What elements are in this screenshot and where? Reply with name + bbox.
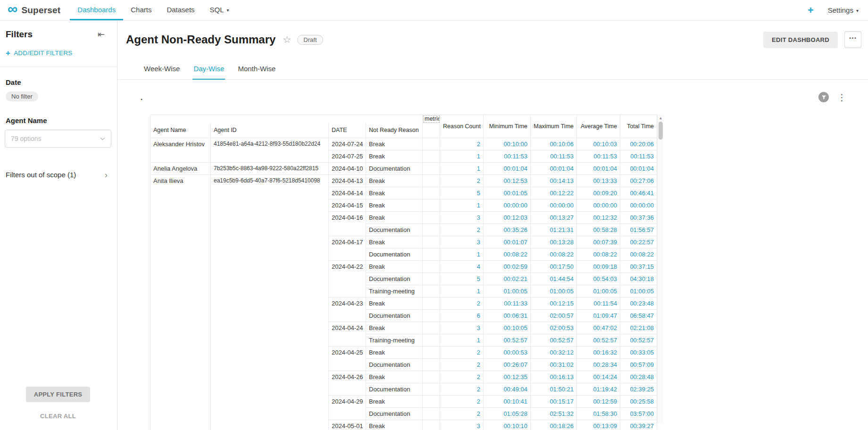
header-reason-count: Reason Count — [440, 115, 484, 138]
cell-reason-count: 1 — [440, 199, 484, 212]
cell-metric-spacer — [423, 322, 440, 334]
cell-metric-spacer — [423, 396, 440, 408]
cell-maximum-time: 00:10:06 — [531, 138, 577, 150]
brand-name: Superset — [21, 5, 60, 16]
filters-out-of-scope-toggle[interactable]: Filters out of scope (1) › — [5, 170, 111, 179]
chart-title: . — [141, 93, 142, 101]
cell-average-time: 00:09:18 — [577, 261, 620, 273]
cell-maximum-time: 00:16:13 — [531, 371, 577, 383]
cell-total-time: 03:57:00 — [620, 408, 657, 420]
header-actions: EDIT DASHBOARD ... — [763, 31, 861, 48]
cell-metric-spacer — [423, 273, 440, 285]
cell-average-time: 00:09:20 — [577, 187, 620, 199]
cell-maximum-time: 00:13:28 — [531, 236, 577, 248]
table-row: Anelia Angelova7b253b5c-8863-4a98-9222-5… — [150, 163, 657, 175]
more-options-button[interactable]: ... — [844, 31, 861, 48]
chevron-down-icon: ▾ — [227, 8, 229, 13]
cell-total-time: 04:30:18 — [620, 273, 657, 285]
cell-minimum-time: 00:12:35 — [484, 371, 531, 383]
funnel-icon — [821, 95, 826, 100]
settings-menu[interactable]: Settings▾ — [828, 6, 859, 14]
cell-reason-count: 6 — [440, 310, 484, 322]
scrollbar-thumb[interactable] — [659, 122, 663, 140]
favorite-star-icon[interactable]: ☆ — [283, 34, 291, 45]
superset-app: ∞ Superset Dashboards Charts Datasets SQ… — [0, 0, 868, 430]
filters-out-of-scope-label: Filters out of scope (1) — [6, 171, 76, 179]
cell-maximum-time: 00:00:00 — [531, 199, 577, 212]
nav-datasets[interactable]: Datasets — [159, 0, 202, 20]
cell-reason-count: 1 — [440, 150, 484, 163]
cell-not-ready-reason: Documentation — [366, 383, 423, 396]
collapse-sidebar-icon[interactable]: ⇤ — [98, 29, 105, 40]
cell-reason-count: 1 — [440, 285, 484, 298]
cell-minimum-time: 00:00:53 — [484, 347, 531, 359]
cell-metric-spacer — [423, 150, 440, 163]
tab-month-wise[interactable]: Month-Wise — [237, 60, 276, 80]
apply-filters-button[interactable]: APPLY FILTERS — [26, 387, 91, 402]
cell-minimum-time: 00:02:59 — [484, 261, 531, 273]
nav-dashboards[interactable]: Dashboards — [70, 0, 123, 20]
cell-minimum-time: 00:52:57 — [484, 334, 531, 347]
cell-metric-spacer — [423, 224, 440, 236]
cell-not-ready-reason: Break — [366, 187, 423, 199]
filter-indicator-icon[interactable] — [818, 92, 829, 102]
cell-date: 2024-07-25 — [329, 150, 366, 163]
cell-metric-spacer — [423, 347, 440, 359]
nav-datasets-label: Datasets — [167, 6, 194, 14]
cell-reason-count: 5 — [440, 273, 484, 285]
cell-reason-count: 2 — [440, 138, 484, 150]
cell-not-ready-reason: Break — [366, 138, 423, 150]
cell-agent-name: Anita Ilieva — [150, 175, 211, 430]
cell-not-ready-reason: Break — [366, 298, 423, 310]
cell-date: 2024-04-15 — [329, 199, 366, 212]
scroll-up-arrow-icon[interactable]: ▲ — [658, 116, 664, 120]
chart-header: . ⋮ — [117, 80, 868, 102]
cell-reason-count: 1 — [440, 248, 484, 261]
cell-not-ready-reason: Documentation — [366, 224, 423, 236]
cell-not-ready-reason: Break — [366, 396, 423, 408]
chevron-right-icon: › — [105, 170, 108, 179]
tab-week-wise[interactable]: Week-Wise — [143, 60, 181, 80]
clear-all-button[interactable]: CLEAR ALL — [40, 413, 76, 420]
cell-date: 2024-04-26 — [329, 371, 366, 396]
header-agent-name: Agent Name — [150, 123, 211, 138]
add-edit-filters-button[interactable]: + ADD/EDIT FILTERS — [5, 49, 111, 57]
new-item-plus-icon[interactable]: + — [808, 5, 814, 16]
cell-total-time: 02:39:25 — [620, 383, 657, 396]
cell-metric-spacer — [423, 285, 440, 298]
cell-date: 2024-04-22 — [329, 261, 366, 298]
cell-average-time: 01:19:42 — [577, 383, 620, 396]
cell-date: 2024-04-29 — [329, 396, 366, 420]
agent-name-select[interactable]: 79 options — [5, 130, 111, 148]
cell-average-time: 00:01:04 — [577, 163, 620, 175]
date-filter-value-chip[interactable]: No filter — [6, 91, 38, 101]
dashboard-header: Agent Non-Ready Summary ☆ Draft EDIT DAS… — [117, 31, 868, 48]
cell-average-time: 00:54:03 — [577, 273, 620, 285]
cell-maximum-time: 02:51:32 — [531, 408, 577, 420]
cell-metric-spacer — [423, 359, 440, 371]
cell-total-time: 00:46:41 — [620, 187, 657, 199]
tab-day-wise[interactable]: Day-Wise — [192, 60, 225, 80]
cell-minimum-time: 00:06:31 — [484, 310, 531, 322]
chart-menu-kebab-icon[interactable]: ⋮ — [837, 93, 846, 102]
cell-date: 2024-04-13 — [329, 175, 366, 187]
cell-reason-count: 2 — [440, 371, 484, 383]
cell-not-ready-reason: Break — [366, 150, 423, 163]
edit-dashboard-button[interactable]: EDIT DASHBOARD — [763, 32, 838, 48]
cell-reason-count: 2 — [440, 175, 484, 187]
cell-average-time: 00:28:34 — [577, 359, 620, 371]
filters-title: Filters — [6, 29, 33, 40]
superset-infinity-icon: ∞ — [8, 2, 17, 16]
cell-not-ready-reason: Break — [366, 175, 423, 187]
cell-maximum-time: 01:21:31 — [531, 224, 577, 236]
cell-agent-id: 7b253b5c-8863-4a98-9222-580a22ff2815 — [211, 163, 329, 175]
table-scrollbar[interactable]: ▲ — [657, 115, 664, 423]
cell-reason-count: 2 — [440, 224, 484, 236]
cell-average-time: 00:00:00 — [577, 199, 620, 212]
cell-metric-spacer — [423, 248, 440, 261]
cell-minimum-time: 00:12:53 — [484, 175, 531, 187]
nav-charts[interactable]: Charts — [123, 0, 159, 20]
superset-logo[interactable]: ∞ Superset — [8, 0, 60, 20]
nav-sql[interactable]: SQL▾ — [202, 0, 237, 20]
cell-average-time: 00:14:24 — [577, 371, 620, 383]
